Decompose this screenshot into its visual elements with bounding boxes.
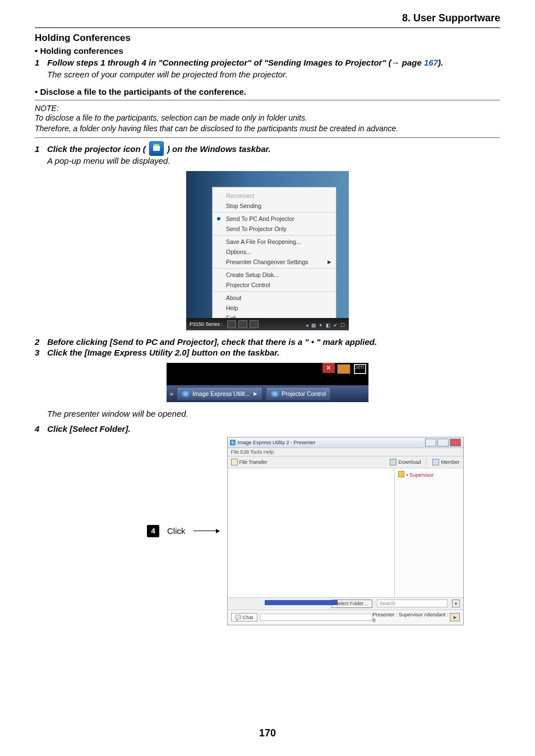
taskbar-device-label: P3150 Series :	[190, 321, 223, 327]
menu-help[interactable]: Help	[213, 303, 336, 313]
status-row: x Select Folder… Search ▾	[228, 597, 463, 610]
chevron-right-icon[interactable]: »	[170, 390, 173, 397]
file-transfer-tab[interactable]: File Transfer	[231, 459, 268, 465]
selection-highlight	[265, 600, 338, 605]
step-1-number: 1	[35, 58, 45, 67]
menu-send-pc-and-projector[interactable]: Send To PC And Projector	[213, 214, 336, 224]
chat-input[interactable]	[260, 614, 373, 621]
menu-projector-control[interactable]: Projector Control	[213, 280, 336, 290]
select-folder-button[interactable]: Select Folder…	[331, 600, 372, 608]
arrow-glyph: →	[391, 58, 400, 67]
file-transfer-label: File Transfer	[239, 459, 268, 465]
dropdown-chevron-icon[interactable]: ▾	[452, 600, 460, 607]
projector-tray-icon	[149, 141, 164, 156]
menu-stop-sending[interactable]: Stop Sending	[213, 201, 336, 211]
step-click-proj-icon: 1 Click the projector icon ( ) on the Wi…	[35, 141, 500, 154]
menu-about[interactable]: About	[213, 293, 336, 303]
context-menu-panel: Reconnect Stop Sending Send To PC And Pr…	[212, 187, 336, 327]
download-button[interactable]: Download	[390, 459, 421, 465]
step-3-number: 3	[35, 348, 45, 357]
step-4-text: Click [Select Folder].	[47, 424, 130, 434]
step-2: 2 Before clicking [Send to PC and Projec…	[35, 337, 500, 347]
step-1: 1 Follow steps 1 through 4 in "Connectin…	[35, 58, 500, 67]
taskbar-icon	[250, 320, 259, 328]
page-number: 170	[0, 727, 535, 739]
presenter-window-open-text: The presenter window will be opened.	[47, 409, 500, 418]
menu-presenter-changeover[interactable]: Presenter Changeover Settings▶	[213, 257, 336, 267]
mini-icon	[337, 364, 350, 374]
menu-send-pc-proj-label: Send To PC And Projector	[226, 215, 294, 222]
member-supervisor-row[interactable]: • Supervisor	[398, 471, 460, 478]
taskbar-crop: P3150 Series : ◂ ▦ ✦ ◧ ✔ ☐	[186, 318, 349, 330]
menu-save-file-reopen[interactable]: Save A File For Reopening...	[213, 237, 336, 247]
user-icon	[398, 471, 404, 477]
step-number: 1	[35, 144, 45, 154]
menu-changeover-label: Presenter Changeover Settings	[226, 259, 308, 265]
taskbar-button-screenshot: × Seri » Image Express Utilit... ➤ Proje…	[167, 363, 368, 402]
step-text-post: ) on the Windows taskbar.	[167, 144, 271, 154]
step-3: 3 Click the [Image Express Utility 2.0] …	[35, 348, 500, 357]
callout-click-label: Click	[167, 526, 186, 536]
search-input[interactable]: Search	[377, 600, 448, 607]
bullet-dot-icon	[217, 217, 220, 220]
popup-will-display: A pop-up menu will be displayed.	[47, 156, 500, 165]
search-placeholder: Search	[380, 601, 396, 606]
member-icon	[432, 459, 439, 465]
window-titlebar: Image Express Utility 2 - Presenter	[228, 437, 463, 448]
status-text: Presenter : Supervisor Attendant : 0	[373, 612, 450, 623]
step-2-text: Before clicking [Send to PC and Projecto…	[47, 337, 377, 347]
divider	[426, 458, 427, 466]
step-1-subtext: The screen of your computer will be proj…	[47, 70, 500, 79]
taskbar-button-projector-control[interactable]: Projector Control	[266, 387, 331, 400]
minimize-icon[interactable]	[425, 439, 436, 446]
callout-badge-4: 4	[147, 525, 159, 537]
taskbar-icon	[227, 320, 236, 328]
step-4-number: 4	[35, 424, 45, 434]
step-1-text-pre: Follow steps 1 through 4 in "Connecting …	[47, 58, 391, 67]
menu-bar[interactable]: File Edit Tools Help	[228, 448, 463, 457]
note-line-1: To disclose a file to the participants, …	[35, 113, 500, 123]
divider	[35, 137, 500, 138]
section-disclose-file: • Disclose a file to the participants of…	[35, 87, 500, 96]
step-4: 4 Click [Select Folder].	[35, 424, 500, 434]
page-title: Holding Conferences	[35, 33, 500, 44]
menu-reconnect[interactable]: Reconnect	[213, 191, 336, 201]
page-link-167[interactable]: 167	[424, 58, 438, 67]
taskbar-btn2-label: Projector Control	[282, 390, 326, 397]
member-label: Member	[441, 459, 459, 465]
chat-button[interactable]: 💬Chat	[231, 613, 257, 621]
mini-icon	[354, 364, 366, 374]
step-2-number: 2	[35, 337, 45, 347]
folder-icon	[231, 459, 238, 465]
step-1-text-post: ).	[438, 58, 443, 67]
app-icon	[182, 390, 190, 397]
send-icon[interactable]: ➤	[450, 613, 459, 621]
taskbar-button-image-express[interactable]: Image Express Utilit... ➤	[177, 387, 262, 400]
presenter-window-screenshot: Image Express Utility 2 - Presenter File…	[227, 437, 464, 625]
cursor-icon: ➤	[252, 390, 257, 397]
close-icon[interactable]: ×	[322, 363, 335, 373]
page-word: page	[400, 58, 424, 67]
download-label: Download	[398, 459, 421, 465]
submenu-arrow-icon: ▶	[328, 259, 331, 265]
taskbar-icon	[238, 320, 247, 328]
divider	[35, 100, 500, 100]
menu-send-projector-only[interactable]: Send To Projector Only	[213, 224, 336, 234]
context-menu-screenshot: Reconnect Stop Sending Send To PC And Pr…	[186, 171, 349, 330]
note-label: NOTE:	[35, 104, 500, 113]
member-panel: • Supervisor	[395, 468, 463, 597]
section-holding-conferences: • Holding conferences	[35, 46, 500, 56]
maximize-icon[interactable]	[437, 439, 449, 446]
taskbar-btn1-label: Image Express Utilit...	[192, 390, 250, 397]
close-icon[interactable]	[450, 439, 461, 446]
step-3-text: Click the [Image Express Utility 2.0] bu…	[47, 348, 279, 357]
app-icon	[271, 390, 279, 397]
app-icon	[230, 440, 236, 445]
menu-create-setup-disk[interactable]: Create Setup Disk...	[213, 270, 336, 280]
note-line-2: Therefore, a folder only having files th…	[35, 123, 500, 134]
menu-options[interactable]: Options...	[213, 247, 336, 257]
callout-arrow	[193, 531, 219, 531]
window-title-text: Image Express Utility 2 - Presenter	[238, 440, 316, 445]
member-button[interactable]: Member	[432, 459, 459, 465]
taskbar: » Image Express Utilit... ➤ Projector Co…	[167, 385, 368, 402]
